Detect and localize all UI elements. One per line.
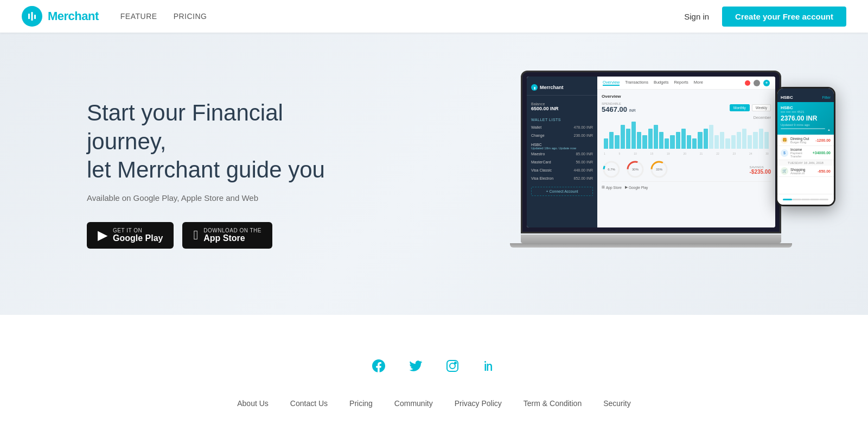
phone-nav-2[interactable] [792, 199, 801, 200]
sidebar-maestro[interactable]: Maestro 85.00 INR [527, 150, 597, 158]
app-nav-more[interactable]: More [694, 80, 703, 86]
app-topbar: Overview Transactions Budgets Reports Mo… [597, 77, 775, 90]
logo-icon [22, 6, 42, 27]
create-account-button[interactable]: Create your Free account [722, 7, 846, 27]
footer-privacy[interactable]: Privacy Policy [455, 399, 502, 408]
footer-term-condition[interactable]: Term & Condition [524, 399, 582, 408]
phone-nav-4[interactable] [810, 199, 819, 200]
sidebar-visa-electron[interactable]: Visa Electron 852.00 INR [527, 174, 597, 182]
bar-chart [602, 122, 771, 149]
monthly-btn[interactable]: Monthly [730, 104, 750, 111]
weekly-btn[interactable]: Weekly [752, 104, 771, 111]
trans-dining: 🍔 Dinning Out Burger King -1200.00 [777, 135, 834, 146]
sidebar-change[interactable]: Change 236.00 INR [527, 131, 597, 140]
laptop-mockup: ▮ Merrchant Balance 6500.00 INR WALLET L… [521, 71, 787, 255]
bar-17 [698, 132, 702, 149]
hero-content: Start your Financial journey,let Merrcha… [87, 99, 326, 249]
phone-nav-home[interactable] [783, 199, 792, 200]
header-right: Sign in Create your Free account [684, 7, 846, 27]
phone-topbar: HSBC Filter [777, 93, 834, 102]
svg-point-13 [450, 363, 455, 369]
app-sidebar: ▮ Merrchant Balance 6500.00 INR WALLET L… [527, 77, 597, 227]
phone-nav-3[interactable] [801, 199, 810, 200]
nav-pricing[interactable]: PRICING [174, 12, 207, 21]
app-nav-transactions[interactable]: Transactions [625, 80, 648, 86]
donut-0: 6.7% [602, 160, 621, 179]
phone-nav-5[interactable] [819, 199, 828, 200]
notification-dot [745, 80, 750, 86]
bar-25 [742, 129, 746, 149]
footer-links: About Us Contact Us Pricing Community Pr… [0, 399, 868, 408]
instagram-link[interactable] [445, 358, 460, 377]
app-footer-btns: ⊞ App Store ▶ Google Play [602, 181, 771, 189]
svg-text:33%: 33% [656, 168, 663, 171]
bar-16 [692, 138, 697, 149]
bar-2 [615, 135, 619, 149]
sidebar-hsbc: HSBC Updated 18m ago. Update now [527, 140, 597, 150]
phone-screen: HSBC Filter HSBC •••• •••• •••• 4521 237… [777, 88, 834, 205]
header: Merchant FEATURE PRICING Sign in Create … [0, 0, 868, 33]
add-button[interactable]: + [763, 80, 770, 86]
app-nav-overview[interactable]: Overview [603, 80, 620, 86]
income-icon: $ [781, 149, 788, 157]
laptop-base [521, 235, 781, 243]
sidebar-mastercard[interactable]: MasterCard 56.00 INR [527, 158, 597, 166]
app-store-top: Download on the [203, 227, 261, 233]
donut-row: 6.7% 30% 33% [602, 157, 669, 181]
sidebar-visa-classic[interactable]: Visa Classic 448.00 INR [527, 166, 597, 174]
footer-about[interactable]: About Us [237, 399, 269, 408]
app-nav-reports[interactable]: Reports [674, 80, 688, 86]
google-play-footer-btn[interactable]: ▶ Google Play [625, 185, 648, 189]
bar-23 [731, 135, 736, 149]
chart-labels: 15101519202122232430 [602, 152, 771, 155]
app-store-button[interactable]:  Download on the App Store [182, 222, 272, 249]
bar-21 [720, 132, 724, 149]
svg-text:6.7%: 6.7% [608, 168, 615, 171]
middle-section: About Us Contact Us Pricing Community Pr… [0, 315, 868, 424]
app-main: Overview Transactions Budgets Reports Mo… [597, 77, 775, 227]
svg-text:30%: 30% [632, 168, 639, 171]
phone-mockup: HSBC Filter HSBC •••• •••• •••• 4521 237… [776, 87, 835, 206]
linkedin-link[interactable] [482, 358, 497, 377]
hero-section: Start your Financial journey,let Merrcha… [0, 33, 868, 315]
bar-19 [709, 125, 713, 149]
logo[interactable]: Merchant [22, 6, 99, 27]
twitter-link[interactable] [408, 358, 423, 377]
bar-15 [687, 135, 691, 149]
apple-icon:  [193, 227, 198, 243]
facebook-link[interactable] [371, 358, 386, 377]
bar-4 [626, 129, 630, 149]
bar-20 [714, 135, 719, 149]
store-buttons: ▶ GET IT ON Google Play  Download on th… [87, 222, 326, 249]
bar-8 [648, 129, 653, 149]
sidebar-wallet[interactable]: Wallet 478.00 INR [527, 123, 597, 131]
bar-18 [704, 129, 708, 149]
overview-title: Overview [602, 94, 771, 99]
bar-9 [654, 125, 658, 149]
nav-feature[interactable]: FEATURE [120, 12, 157, 21]
donut-1: 30% [626, 160, 645, 179]
add-account-button[interactable]: + Connect Account [531, 187, 593, 196]
logo-text: Merchant [48, 9, 99, 23]
main-nav: FEATURE PRICING [120, 12, 207, 21]
laptop-foot [510, 243, 792, 248]
bar-1 [609, 132, 614, 149]
google-play-button[interactable]: ▶ GET IT ON Google Play [87, 222, 174, 249]
bar-11 [665, 138, 669, 149]
footer-contact[interactable]: Contact Us [290, 399, 328, 408]
footer-pricing[interactable]: Pricing [349, 399, 373, 408]
shopping-icon: 🛒 [781, 167, 788, 175]
bar-7 [642, 135, 647, 149]
dining-icon: 🍔 [781, 136, 788, 144]
footer-security[interactable]: Security [603, 399, 631, 408]
app-store-footer-btn[interactable]: ⊞ App Store [602, 185, 622, 189]
social-row [0, 347, 868, 399]
app-nav-budgets[interactable]: Budgets [654, 80, 669, 86]
phone-bottombar [777, 194, 834, 205]
app-logo-small: ▮ [531, 84, 538, 91]
bar-28 [759, 129, 763, 149]
footer-community[interactable]: Community [394, 399, 433, 408]
signin-link[interactable]: Sign in [684, 12, 709, 21]
app-store-bottom: App Store [203, 233, 261, 243]
hero-title: Start your Financial journey,let Merrcha… [87, 99, 326, 185]
